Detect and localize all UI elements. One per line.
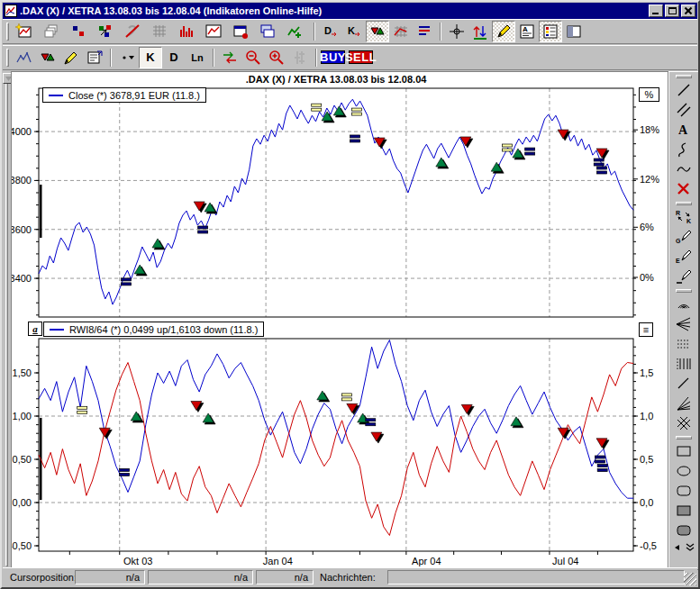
curve-tool-icon	[675, 160, 693, 178]
toolbar-separator	[213, 49, 214, 67]
text-tool[interactable]: A	[671, 120, 697, 140]
resize-grip[interactable]	[684, 573, 696, 585]
auto-scale-button[interactable]: a	[28, 322, 42, 336]
crosshair-button[interactable]	[445, 21, 468, 42]
palette-handle[interactable]	[676, 289, 692, 293]
signals-button-2[interactable]	[36, 47, 59, 68]
new-chart-button[interactable]	[13, 21, 36, 42]
indicator-legend: RWI8/64 (*) 0,0499 up/1,6103 down (11.8.…	[43, 322, 264, 337]
day-mode-button[interactable]: D	[162, 47, 186, 68]
line-style-button[interactable]	[115, 47, 139, 68]
new-chart-icon	[15, 23, 33, 41]
maximize-button[interactable]	[665, 5, 679, 17]
pause-signal-icon	[597, 167, 607, 169]
palette-handle[interactable]	[676, 202, 692, 205]
pause-signal-icon	[503, 144, 513, 147]
symbols-button[interactable]	[67, 21, 90, 42]
notes-button[interactable]: A	[515, 21, 539, 42]
svg-text:0,00: 0,00	[13, 497, 32, 508]
highlighter-icon	[62, 49, 80, 67]
pause-signal-icon	[120, 473, 130, 476]
trend-arrows-button[interactable]	[468, 21, 492, 42]
sell-button[interactable]: SELL	[349, 50, 373, 64]
fan-lines-tool[interactable]	[671, 314, 697, 334]
buy-signal-icon	[511, 417, 522, 426]
panel-menu-button[interactable]: ≡	[639, 322, 653, 337]
layout-button[interactable]	[562, 21, 586, 42]
retracement-lines-tool[interactable]	[671, 334, 697, 354]
curve-tool[interactable]	[671, 159, 697, 179]
trend-line-tool[interactable]	[671, 374, 697, 394]
gann-grid-tool[interactable]	[671, 413, 697, 433]
pause-signal-icon	[597, 465, 607, 467]
line-chart-button[interactable]	[202, 21, 225, 42]
palette-handle[interactable]	[676, 436, 692, 439]
chart-settings-button[interactable]	[229, 21, 252, 42]
line-chart-icon	[205, 23, 223, 41]
data-table-button[interactable]	[148, 21, 171, 42]
k-export-button[interactable]: K	[342, 21, 366, 42]
rectangle-tool[interactable]	[671, 441, 697, 461]
fibonacci-arcs-tool[interactable]	[671, 294, 697, 314]
line-tool[interactable]	[671, 80, 697, 100]
d-export-button[interactable]: D	[319, 21, 342, 42]
gridlines	[39, 339, 633, 551]
watchlist-button[interactable]	[539, 21, 562, 42]
draw-underline-tool[interactable]	[671, 267, 697, 286]
toolbar-grip[interactable]	[6, 49, 9, 67]
levels-button[interactable]	[413, 21, 436, 42]
copy-chart-button[interactable]	[40, 21, 63, 42]
buy-button[interactable]: BUY	[321, 50, 345, 64]
signals-button[interactable]	[366, 21, 389, 42]
k-export-icon: K	[345, 23, 363, 41]
x-axis-labels: Okt 03Jan 04Apr 04Jul 04	[69, 551, 597, 566]
plot-frame[interactable]	[39, 339, 633, 551]
rwi-down-series	[39, 363, 633, 536]
palette-scroll-left-button[interactable]	[672, 542, 683, 552]
delete-drawing-tool[interactable]	[671, 179, 697, 199]
pause-signal-icon	[594, 163, 604, 166]
palette-scroll-down-button[interactable]	[685, 542, 695, 552]
symbol-link-icon	[96, 23, 114, 41]
palette-handle[interactable]	[676, 75, 692, 78]
zigzag-button[interactable]	[13, 47, 36, 68]
kurs-mode-button[interactable]: K	[139, 47, 162, 68]
cursor-y-field: n/a	[148, 570, 253, 584]
draw-e-tool[interactable]: E	[671, 247, 697, 267]
svg-text:3400: 3400	[12, 273, 32, 284]
minimize-button[interactable]	[649, 5, 663, 17]
add-indicator-button[interactable]	[283, 21, 306, 42]
chart-canvas[interactable]: 400038003600340018%12%6%0%1,501,000,500,…	[12, 72, 668, 569]
histogram-button[interactable]	[175, 21, 198, 42]
rounded-rect-tool[interactable]	[671, 481, 697, 501]
properties-button[interactable]	[83, 47, 106, 68]
log-scale-button[interactable]: Ln	[186, 47, 209, 68]
support-resistance-tool[interactable]: RK	[671, 207, 697, 227]
zoom-in-button[interactable]	[265, 47, 288, 68]
zoom-out-button[interactable]	[241, 47, 265, 68]
remove-signals-button[interactable]	[121, 21, 144, 42]
chart-widget[interactable]: .DAX (X) / XETRA 13.08.03 bis 12.08.04 4…	[11, 71, 668, 570]
time-lines-tool[interactable]	[671, 354, 697, 374]
buy-signal-icon	[203, 413, 214, 422]
left-splitter[interactable]	[5, 73, 8, 566]
toolbar-grip[interactable]	[6, 23, 9, 41]
pause-signal-icon	[366, 419, 376, 421]
speed-lines-tool[interactable]	[671, 394, 697, 413]
grid-signals-button[interactable]	[389, 21, 413, 42]
close-button[interactable]	[681, 5, 695, 17]
copy-chart-icon	[42, 23, 60, 41]
highlighter-button[interactable]	[59, 47, 83, 68]
ellipse-tool[interactable]	[671, 461, 697, 481]
scroll-mode-button[interactable]	[218, 47, 241, 68]
filled-rect-tool[interactable]	[671, 501, 697, 521]
line-style-icon	[118, 49, 136, 67]
draw-g-tool[interactable]: G	[671, 227, 697, 247]
freehand-tool[interactable]	[671, 140, 697, 159]
symbol-link-button[interactable]	[94, 21, 117, 42]
chart-windows-button[interactable]	[256, 21, 279, 42]
buy-signal-icon	[152, 239, 163, 248]
parallel-lines-tool[interactable]	[671, 100, 697, 120]
filled-rounded-rect-tool[interactable]	[671, 521, 697, 540]
draw-mode-button[interactable]	[492, 21, 515, 42]
